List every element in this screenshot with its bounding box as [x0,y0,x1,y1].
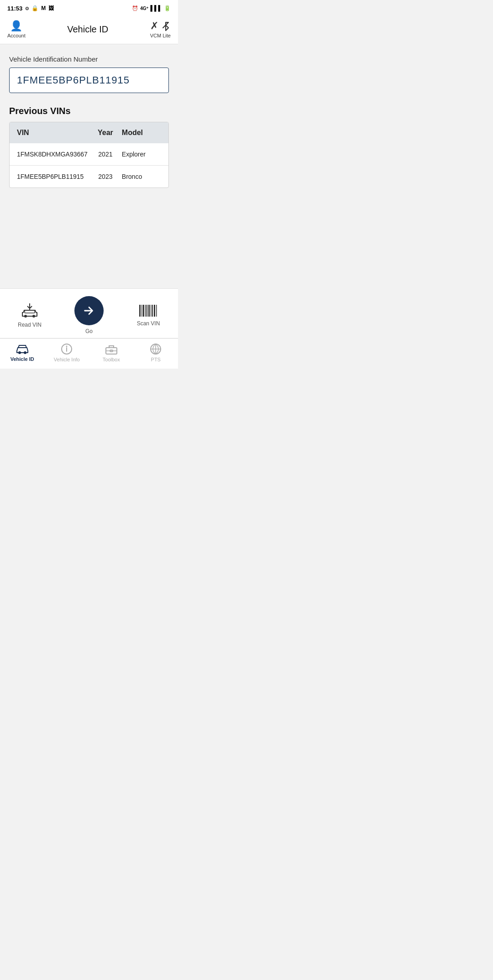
svg-rect-13 [154,305,155,317]
table-row[interactable]: 1FMEE5BP6PLB11915 2023 Bronco [10,166,168,188]
tab-vehicle-info[interactable]: Vehicle Info [51,343,83,362]
vin-cell: 1FMEE5BP6PLB11915 [17,173,89,180]
previous-vins-title: Previous VINs [9,106,169,116]
year-cell: 2023 [89,173,122,180]
vcm-lite-button[interactable]: ✗ VCM Lite [150,20,171,38]
vin-input-value: 1FMEE5BP6PLB11915 [17,74,130,86]
go-icon [74,296,104,325]
account-label: Account [7,33,26,38]
pts-tab-icon [149,343,162,355]
vehicle-info-tab-icon [60,343,73,355]
tab-vehicle-id[interactable]: Vehicle ID [6,344,38,362]
model-cell: Explorer [122,151,161,158]
read-vin-label: Read VIN [18,322,42,328]
scan-vin-label: Scan VIN [137,320,160,327]
tab-toolbox[interactable]: Toolbox [95,343,127,362]
read-vin-icon [21,302,39,319]
svg-rect-14 [156,305,157,317]
year-cell: 2021 [89,151,122,158]
vehicle-id-tab-icon [16,344,29,354]
col-model-header: Model [122,129,161,137]
svg-rect-7 [143,305,144,317]
tab-toolbox-label: Toolbox [103,357,120,362]
go-button[interactable]: Go [73,296,105,334]
scan-vin-button[interactable]: Scan VIN [132,304,164,327]
col-year-header: Year [89,129,122,137]
status-bar: 11:53 ⊙ 🔒 M 🖼 ⏰ 4G⁺ ▌▌▌ 🔋 [0,0,178,16]
svg-rect-6 [142,305,142,317]
svg-point-4 [32,315,35,318]
bluetooth-icon: ✗ [150,20,170,32]
scan-vin-icon [138,304,158,318]
action-bar: Read VIN Go [0,288,178,338]
tab-pts[interactable]: PTS [140,343,172,362]
vin-cell: 1FMSK8DHXMGA93667 [17,151,89,158]
svg-rect-10 [148,305,150,317]
tab-vehicle-info-label: Vehicle Info [54,357,80,362]
read-vin-button[interactable]: Read VIN [14,302,46,328]
go-label: Go [85,328,93,334]
header: 👤 Account Vehicle ID ✗ VCM Lite [0,16,178,44]
tab-bar: Vehicle ID Vehicle Info Toolbox [0,338,178,369]
svg-rect-9 [147,305,147,317]
svg-point-15 [18,351,21,354]
account-icon: 👤 [10,20,22,32]
svg-rect-5 [139,305,141,317]
vin-table: VIN Year Model 1FMSK8DHXMGA93667 2021 Ex… [9,122,169,188]
toolbox-tab-icon [105,343,118,355]
col-vin-header: VIN [17,129,89,137]
svg-point-3 [24,315,27,318]
svg-point-16 [24,351,26,354]
main-content: Vehicle Identification Number 1FMEE5BP6P… [0,44,178,197]
model-cell: Bronco [122,173,161,180]
table-header: VIN Year Model [10,122,168,143]
vin-section-label: Vehicle Identification Number [9,55,169,63]
svg-rect-11 [151,305,152,317]
status-time: 11:53 ⊙ 🔒 M 🖼 [7,5,54,12]
svg-rect-12 [152,305,153,317]
account-button[interactable]: 👤 Account [7,20,26,38]
table-row[interactable]: 1FMSK8DHXMGA93667 2021 Explorer [10,143,168,166]
vcm-label: VCM Lite [150,33,171,38]
page-title: Vehicle ID [26,24,150,35]
tab-pts-label: PTS [151,357,161,362]
svg-rect-8 [145,305,146,317]
vin-input-field[interactable]: 1FMEE5BP6PLB11915 [9,68,169,93]
tab-vehicle-id-label: Vehicle ID [10,356,34,362]
svg-point-19 [66,346,68,347]
status-icons: ⏰ 4G⁺ ▌▌▌ 🔋 [132,5,171,11]
